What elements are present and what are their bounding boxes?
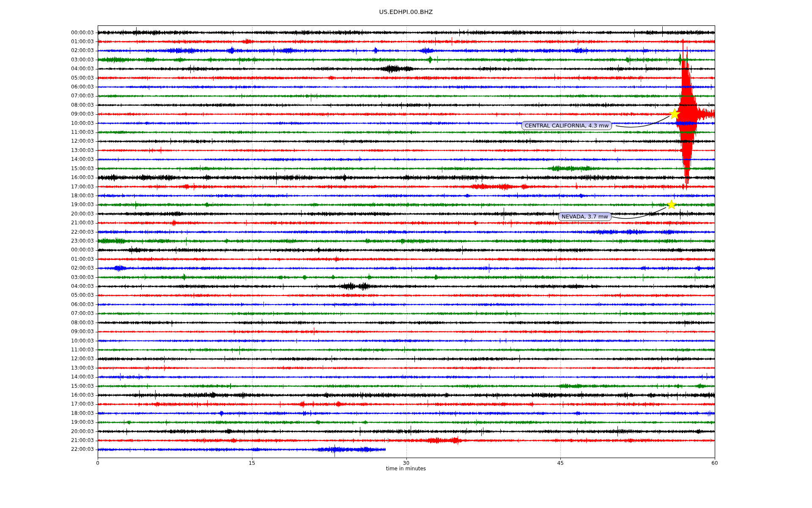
y-tick-label: 08:00:03 <box>60 102 94 108</box>
y-tick-label: 01:00:03 <box>60 256 94 262</box>
y-tick-label: 06:00:03 <box>60 301 94 308</box>
y-tick-label: 04:00:03 <box>60 66 94 72</box>
y-tick-label: 11:00:03 <box>60 129 94 135</box>
y-tick-label: 10:00:03 <box>60 338 94 344</box>
y-tick-label: 15:00:03 <box>60 166 94 172</box>
y-tick-label: 12:00:03 <box>60 138 94 144</box>
y-tick-label: 08:00:03 <box>60 320 94 326</box>
y-tick-label: 03:00:03 <box>60 57 94 63</box>
y-tick-label: 13:00:03 <box>60 147 94 154</box>
y-tick-label: 04:00:03 <box>60 283 94 290</box>
event-annotation-box: NEVADA, 3.7 mw <box>558 212 612 221</box>
y-tick-label: 01:00:03 <box>60 39 94 45</box>
y-tick-label: 10:00:03 <box>60 120 94 127</box>
y-tick-label: 15:00:03 <box>60 383 94 389</box>
seismogram-canvas <box>0 0 812 508</box>
x-tick-label: 45 <box>548 460 573 466</box>
x-tick-label: 15 <box>239 460 265 466</box>
y-tick-label: 00:00:03 <box>60 30 94 36</box>
y-tick-label: 20:00:03 <box>60 428 94 435</box>
y-tick-label: 16:00:03 <box>60 392 94 398</box>
event-annotation-box: CENTRAL CALIFORNIA, 4.3 mw <box>521 121 612 130</box>
y-tick-label: 18:00:03 <box>60 193 94 199</box>
y-tick-label: 05:00:03 <box>60 75 94 81</box>
y-tick-label: 00:00:03 <box>60 247 94 253</box>
y-tick-label: 09:00:03 <box>60 111 94 117</box>
plot-title: US.EDHPI.00.BHZ <box>0 8 812 15</box>
x-axis-label: time in minutes <box>0 466 812 472</box>
y-tick-label: 22:00:03 <box>60 446 94 453</box>
x-tick-label: 60 <box>702 460 727 466</box>
y-tick-label: 12:00:03 <box>60 356 94 362</box>
y-tick-label: 03:00:03 <box>60 274 94 281</box>
y-tick-label: 02:00:03 <box>60 265 94 271</box>
x-tick-label: 30 <box>394 460 419 466</box>
y-tick-label: 02:00:03 <box>60 47 94 54</box>
x-tick-label: 0 <box>85 460 110 466</box>
y-tick-label: 07:00:03 <box>60 310 94 317</box>
y-tick-label: 07:00:03 <box>60 93 94 99</box>
y-tick-label: 18:00:03 <box>60 410 94 417</box>
y-tick-label: 05:00:03 <box>60 292 94 298</box>
y-tick-label: 19:00:03 <box>60 202 94 208</box>
y-tick-label: 19:00:03 <box>60 419 94 425</box>
y-tick-label: 14:00:03 <box>60 374 94 380</box>
y-tick-label: 14:00:03 <box>60 156 94 163</box>
y-tick-label: 22:00:03 <box>60 229 94 235</box>
y-tick-label: 21:00:03 <box>60 220 94 226</box>
y-tick-label: 20:00:03 <box>60 211 94 217</box>
y-tick-label: 13:00:03 <box>60 365 94 371</box>
y-tick-label: 17:00:03 <box>60 184 94 190</box>
y-tick-label: 09:00:03 <box>60 329 94 335</box>
y-tick-label: 16:00:03 <box>60 174 94 181</box>
y-tick-label: 17:00:03 <box>60 401 94 407</box>
y-tick-label: 23:00:03 <box>60 238 94 244</box>
y-tick-label: 11:00:03 <box>60 347 94 353</box>
y-tick-label: 06:00:03 <box>60 84 94 90</box>
y-tick-label: 21:00:03 <box>60 437 94 444</box>
seismogram-figure: US.EDHPI.00.BHZ 00:00:0301:00:0302:00:03… <box>0 0 812 508</box>
